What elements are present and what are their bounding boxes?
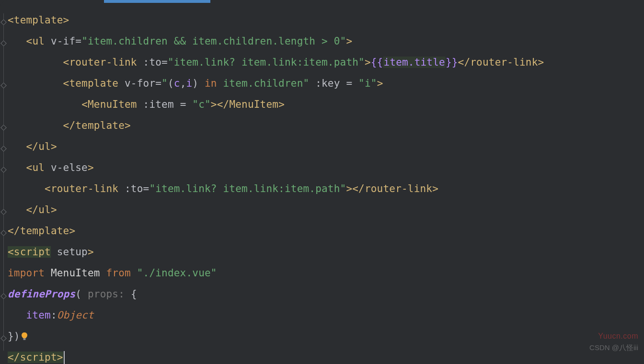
code-line[interactable]: defineProps( props: { [8, 284, 544, 305]
code-line[interactable]: </template> [8, 220, 544, 241]
fold-marker[interactable] [0, 209, 7, 215]
lightbulb-icon[interactable] [20, 331, 29, 342]
fold-marker[interactable] [0, 125, 7, 131]
code-line[interactable]: <ul v-else> [8, 157, 544, 178]
code-line[interactable]: <MenuItem :item = "c"></MenuItem> [8, 94, 544, 115]
fold-marker[interactable] [0, 19, 7, 25]
code-content[interactable]: <template> <ul v-if="item.children && it… [8, 10, 544, 364]
code-line[interactable]: </script> [8, 347, 544, 364]
code-line[interactable]: </ul> [8, 199, 544, 220]
text-cursor [64, 351, 65, 364]
fold-marker[interactable] [0, 82, 7, 89]
fold-guide [3, 13, 4, 351]
code-line[interactable]: <template> [8, 10, 544, 31]
fold-marker[interactable] [0, 146, 7, 152]
watermark-author: CSDN @八怪iii [589, 337, 638, 358]
code-line[interactable]: <script setup> [8, 241, 544, 262]
fold-marker[interactable] [0, 40, 7, 46]
code-line[interactable]: item:Object [8, 305, 544, 326]
code-line[interactable]: <router-link :to="item.link? item.link:i… [8, 52, 544, 73]
code-line[interactable]: <ul v-if="item.children && item.children… [8, 31, 544, 52]
gutter [0, 0, 7, 364]
fold-marker[interactable] [0, 167, 7, 173]
code-line[interactable]: <router-link :to="item.link? item.link:i… [8, 178, 544, 199]
code-line[interactable]: }) [8, 326, 544, 347]
code-line[interactable]: import MenuItem from "./index.vue" [8, 262, 544, 284]
code-editor[interactable]: <template> <ul v-if="item.children && it… [0, 0, 644, 364]
fold-marker[interactable] [0, 293, 7, 299]
svg-rect-0 [23, 338, 25, 340]
code-line[interactable]: </ul> [8, 136, 544, 157]
code-line[interactable]: <template v-for="(c,i) in item.children"… [8, 73, 544, 94]
code-line[interactable]: </template> [8, 115, 544, 136]
fold-marker[interactable] [0, 335, 7, 341]
fold-marker[interactable] [0, 230, 7, 236]
active-tab-indicator [104, 0, 210, 3]
